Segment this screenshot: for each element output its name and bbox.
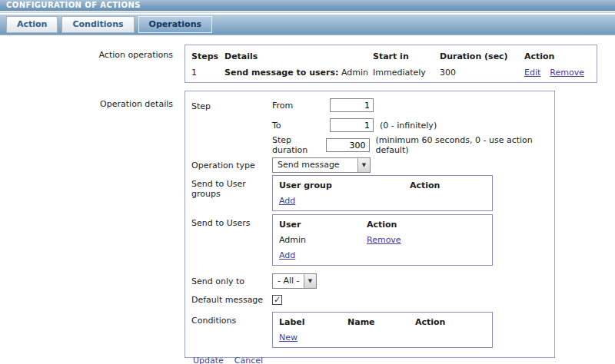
default-message-checkbox[interactable]: ✓ bbox=[272, 295, 282, 305]
send-to-user-groups-label: Send to User groups bbox=[191, 175, 272, 199]
operation-details-box: Step From To (0 - infinitely) Step dur bbox=[184, 91, 555, 358]
user-groups-add-row: Add bbox=[279, 193, 486, 208]
operation-type-label: Operation type bbox=[191, 160, 272, 170]
action-operations-label: Action operations bbox=[0, 45, 184, 83]
step-to-input[interactable] bbox=[330, 118, 374, 132]
operation-details-label: Operation details bbox=[0, 91, 184, 358]
step-to-row: To (0 - infinitely) bbox=[272, 115, 554, 135]
cell-action: Edit Remove bbox=[524, 68, 590, 78]
column-header-action: Action bbox=[415, 317, 445, 327]
new-condition-link[interactable]: New bbox=[279, 333, 298, 342]
user-groups-table: User group Action Add bbox=[272, 175, 493, 211]
remove-user-link[interactable]: Remove bbox=[367, 235, 401, 245]
conditions-label: Conditions bbox=[191, 312, 272, 326]
tab-bar: Action Conditions Operations bbox=[0, 15, 615, 35]
cell-start-in: Immediately bbox=[373, 68, 440, 78]
cell-details-type: Send message to users: bbox=[224, 68, 338, 78]
column-header-details: Details bbox=[224, 51, 373, 61]
send-only-to-select[interactable]: - All - ▼ bbox=[272, 273, 317, 289]
column-header-user: User bbox=[279, 220, 367, 230]
cell-details: Send message to users: Admin bbox=[224, 68, 373, 78]
column-header-action: Action bbox=[410, 180, 440, 190]
step-label: Step bbox=[191, 95, 272, 111]
column-header-action: Action bbox=[524, 51, 590, 61]
operation-type-row: Operation type Send message ▼ bbox=[191, 155, 554, 175]
users-header-row: User Action bbox=[279, 217, 486, 232]
remove-operation-link[interactable]: Remove bbox=[550, 68, 584, 78]
page-title: CONFIGURATION OF ACTIONS bbox=[6, 1, 141, 9]
conditions-row: Conditions Label Name Action New bbox=[191, 312, 554, 348]
send-only-to-row: Send only to - All - ▼ bbox=[191, 272, 554, 290]
step-block: Step From To (0 - infinitely) Step dur bbox=[191, 95, 554, 155]
step-from-row: From bbox=[272, 95, 554, 115]
send-to-user-groups-row: Send to User groups User group Action Ad… bbox=[191, 175, 554, 214]
cell-details-value: Admin bbox=[341, 68, 368, 78]
cancel-button[interactable]: Cancel bbox=[234, 356, 263, 364]
step-duration-row: Step duration (minimum 60 seconds, 0 - u… bbox=[272, 135, 554, 155]
tab-operations[interactable]: Operations bbox=[138, 16, 213, 33]
tab-action[interactable]: Action bbox=[6, 16, 58, 33]
user-groups-header-row: User group Action bbox=[279, 177, 486, 193]
send-only-to-value: - All - bbox=[273, 274, 304, 288]
to-label: To bbox=[272, 121, 330, 131]
to-note: (0 - infinitely) bbox=[380, 121, 437, 131]
operation-type-value: Send message bbox=[273, 158, 357, 172]
edit-link[interactable]: Edit bbox=[524, 68, 540, 78]
users-add-row: Add bbox=[279, 247, 486, 263]
column-header-steps: Steps bbox=[191, 51, 224, 61]
users-table: User Action Admin Remove Add bbox=[272, 214, 493, 266]
table-row: 1 Send message to users: Admin Immediate… bbox=[191, 65, 590, 81]
content-area: Action operations Steps Details Start in… bbox=[0, 35, 615, 358]
step-duration-input[interactable] bbox=[326, 138, 370, 152]
default-message-row: Default message ✓ bbox=[191, 290, 554, 309]
column-header-start-in: Start in bbox=[373, 51, 440, 61]
send-to-users-label: Send to Users bbox=[191, 214, 272, 228]
send-only-to-label: Send only to bbox=[191, 276, 272, 286]
dropdown-arrow-icon[interactable]: ▼ bbox=[304, 274, 316, 288]
action-operations-header-row: Steps Details Start in Duration (sec) Ac… bbox=[191, 48, 590, 65]
from-label: From bbox=[272, 101, 330, 111]
column-header-user-group: User group bbox=[279, 180, 410, 190]
user-name: Admin bbox=[279, 235, 367, 245]
default-message-label: Default message bbox=[191, 295, 272, 305]
send-to-users-row: Send to Users User Action Admin Remove A… bbox=[191, 214, 554, 272]
conditions-new-row: New bbox=[279, 329, 486, 345]
column-header-label: Label bbox=[279, 317, 347, 327]
column-header-action: Action bbox=[367, 220, 397, 230]
page: CONFIGURATION OF ACTIONS Action Conditio… bbox=[0, 0, 615, 364]
page-title-bar: CONFIGURATION OF ACTIONS bbox=[0, 0, 615, 11]
step-duration-note: (minimum 60 seconds, 0 - use action defa… bbox=[376, 135, 554, 155]
column-header-duration: Duration (sec) bbox=[440, 51, 524, 61]
column-header-name: Name bbox=[347, 317, 415, 327]
step-from-input[interactable] bbox=[330, 98, 374, 112]
add-user-group-link[interactable]: Add bbox=[279, 196, 295, 206]
conditions-table: Label Name Action New bbox=[272, 312, 493, 348]
step-duration-label: Step duration bbox=[272, 135, 326, 155]
operation-type-select[interactable]: Send message ▼ bbox=[272, 157, 371, 173]
user-row: Admin Remove bbox=[279, 232, 486, 247]
step-fields: From To (0 - infinitely) Step duration (… bbox=[272, 95, 554, 155]
checkmark-icon: ✓ bbox=[274, 296, 281, 304]
dropdown-arrow-icon[interactable]: ▼ bbox=[357, 158, 370, 172]
cell-duration: 300 bbox=[440, 68, 524, 78]
update-button[interactable]: Update bbox=[193, 356, 224, 364]
add-user-link[interactable]: Add bbox=[279, 250, 295, 260]
action-operations-table: Steps Details Start in Duration (sec) Ac… bbox=[184, 45, 597, 83]
cell-steps: 1 bbox=[191, 68, 224, 78]
form-buttons-row: Update Cancel bbox=[191, 356, 554, 364]
tab-conditions[interactable]: Conditions bbox=[62, 16, 134, 33]
conditions-header-row: Label Name Action bbox=[279, 314, 486, 329]
